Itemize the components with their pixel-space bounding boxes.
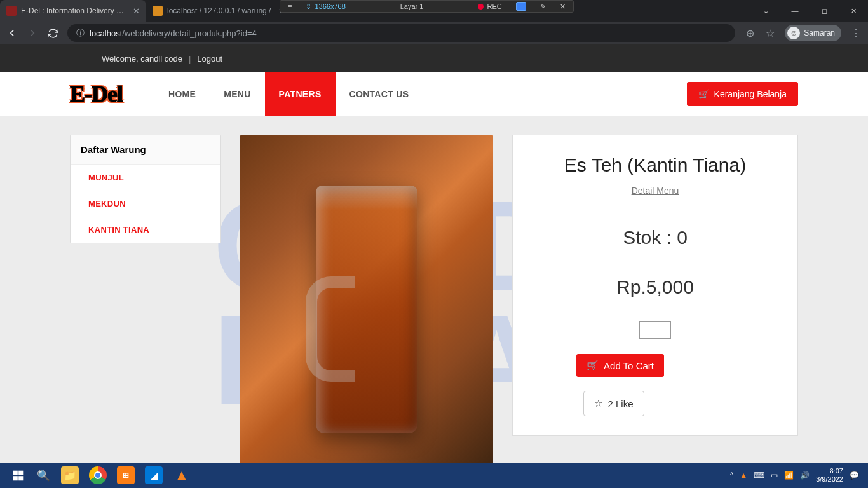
add-to-cart-button[interactable]: 🛒 Add To Cart xyxy=(576,354,664,377)
monitor-icon[interactable] xyxy=(516,2,526,11)
profile-button[interactable]: ☺ Samaran xyxy=(785,25,841,41)
favicon-icon xyxy=(153,6,163,16)
back-icon[interactable] xyxy=(6,27,18,39)
quantity-input[interactable] xyxy=(639,321,671,339)
system-tray: ^ ▲ ⌨ ▭ 📶 🔊 8:07 3/9/2022 💬 xyxy=(730,467,863,484)
sidebar-item-munjul[interactable]: MUNJUL xyxy=(71,165,220,191)
svg-rect-2 xyxy=(13,476,17,480)
window-maximize-icon[interactable]: ◻ xyxy=(810,0,839,22)
screen-label: Layar 1 xyxy=(356,3,468,10)
start-button[interactable] xyxy=(5,463,31,488)
logout-link[interactable]: Logout xyxy=(197,54,222,64)
detail-menu-link[interactable]: Detail Menu xyxy=(632,186,679,196)
reload-icon[interactable] xyxy=(47,27,58,39)
info-icon: ⓘ xyxy=(76,27,85,39)
shopping-cart-button[interactable]: 🛒 Keranjang Belanja xyxy=(687,82,798,106)
product-title: Es Teh (Kantin Tiana) xyxy=(526,154,785,176)
time-label: 8:07 xyxy=(816,467,843,475)
tray-chevron-icon[interactable]: ^ xyxy=(730,471,734,480)
bookmark-star-icon[interactable]: ☆ xyxy=(764,27,776,39)
record-icon xyxy=(478,4,484,10)
tray-vlc-icon[interactable]: ▲ xyxy=(740,471,747,480)
svg-rect-1 xyxy=(18,470,23,475)
browser-tab-active[interactable]: E-Del : Information Delivery Orde ✕ xyxy=(0,0,146,22)
sidebar-title: Daftar Warung xyxy=(71,135,220,165)
taskbar-app-chrome[interactable] xyxy=(84,463,112,488)
tab-title: localhost / 127.0.0.1 / warung / xyxy=(167,6,271,15)
resolution-label: 868x488 xyxy=(315,3,345,10)
favicon-icon xyxy=(6,6,17,16)
search-icon[interactable]: 🔍 xyxy=(31,463,56,488)
browser-tab-inactive[interactable]: localhost / 127.0.0.1 / warung / ✕ xyxy=(146,0,292,22)
forward-icon xyxy=(27,27,38,39)
welcome-bar: Welcome, candil code | Logout xyxy=(0,44,868,72)
like-button[interactable]: ☆ 2 Like xyxy=(583,391,644,416)
nav-contact[interactable]: CONTACT US xyxy=(336,72,423,116)
nav-home[interactable]: HOME xyxy=(154,72,210,116)
product-panel: Es Teh (Kantin Tiana) Detail Menu Stok :… xyxy=(512,135,798,436)
svg-rect-0 xyxy=(13,470,17,475)
clock[interactable]: 8:07 3/9/2022 xyxy=(816,467,843,484)
profile-name: Samaran xyxy=(804,29,835,37)
welcome-text: Welcome, candil code xyxy=(102,54,182,64)
chevron-down-icon[interactable]: ⌄ xyxy=(751,0,780,22)
window-minimize-icon[interactable]: ― xyxy=(780,0,810,22)
tab-close-icon[interactable]: ✕ xyxy=(133,6,140,16)
taskbar-app-xampp[interactable]: ⊞ xyxy=(112,463,140,488)
add-to-cart-label: Add To Cart xyxy=(604,360,654,371)
svg-rect-3 xyxy=(18,476,23,480)
tray-wifi-icon[interactable]: 📶 xyxy=(784,471,794,480)
kebab-menu-icon[interactable]: ⋮ xyxy=(850,27,862,39)
url-path: /webdelivery/detail_produk.php?id=4 xyxy=(122,29,256,38)
url-domain: localhost xyxy=(90,29,122,38)
stock-label: Stok : 0 xyxy=(526,227,785,248)
pencil-icon[interactable]: ✎ xyxy=(536,3,550,11)
nav-menu[interactable]: MENU xyxy=(210,72,264,116)
tray-battery-icon[interactable]: ▭ xyxy=(771,471,778,480)
notifications-icon[interactable]: 💬 xyxy=(850,471,859,480)
close-recorder-icon[interactable]: ✕ xyxy=(556,3,569,11)
sidebar: Daftar Warung MUNJUL MEKDUN KANTIN TIANA xyxy=(70,135,221,243)
windows-taskbar: 🔍 📁 ⊞ ◢ ▲ ^ ▲ ⌨ ▭ 📶 🔊 8:07 3/9/2022 💬 xyxy=(0,463,868,488)
date-label: 3/9/2022 xyxy=(816,475,843,484)
nav-partners[interactable]: PATNERS xyxy=(265,72,336,116)
cart-icon: 🛒 xyxy=(587,360,599,371)
price-label: Rp.5,000 xyxy=(526,276,785,298)
rec-label: REC xyxy=(487,3,501,10)
taskbar-app-explorer[interactable]: 📁 xyxy=(56,463,84,488)
site-header: E-Del HOME MENU PATNERS CONTACT US 🛒 Ker… xyxy=(0,72,868,116)
tray-volume-icon[interactable]: 🔊 xyxy=(800,471,810,480)
taskbar-app-vscode[interactable]: ◢ xyxy=(140,463,168,488)
site-logo[interactable]: E-Del xyxy=(70,81,123,107)
cart-icon: 🛒 xyxy=(698,89,709,99)
taskbar-app-vlc[interactable]: ▲ xyxy=(168,463,196,488)
sidebar-item-kantin-tiana[interactable]: KANTIN TIANA xyxy=(71,217,220,243)
star-icon: ☆ xyxy=(594,398,602,409)
screen-recorder-toolbar[interactable]: ≡ ⇕ 868x488 Layar 1 REC ✎ ✕ xyxy=(280,0,574,13)
tray-keyboard-icon[interactable]: ⌨ xyxy=(754,471,764,480)
tab-title: E-Del : Information Delivery Orde xyxy=(21,6,125,15)
avatar-icon: ☺ xyxy=(787,27,800,39)
window-close-icon[interactable]: ✕ xyxy=(839,0,868,22)
sidebar-item-mekdun[interactable]: MEKDUN xyxy=(71,191,220,217)
cart-button-label: Keranjang Belanja xyxy=(714,89,787,99)
url-input[interactable]: ⓘ localhost/webdelivery/detail_produk.ph… xyxy=(67,24,735,42)
product-image xyxy=(240,135,493,463)
main-nav: HOME MENU PATNERS CONTACT US xyxy=(154,72,423,116)
translate-icon[interactable]: ⊕ xyxy=(744,27,756,39)
like-label: 2 Like xyxy=(607,398,633,409)
browser-addressbar: ⓘ localhost/webdelivery/detail_produk.ph… xyxy=(0,22,868,44)
